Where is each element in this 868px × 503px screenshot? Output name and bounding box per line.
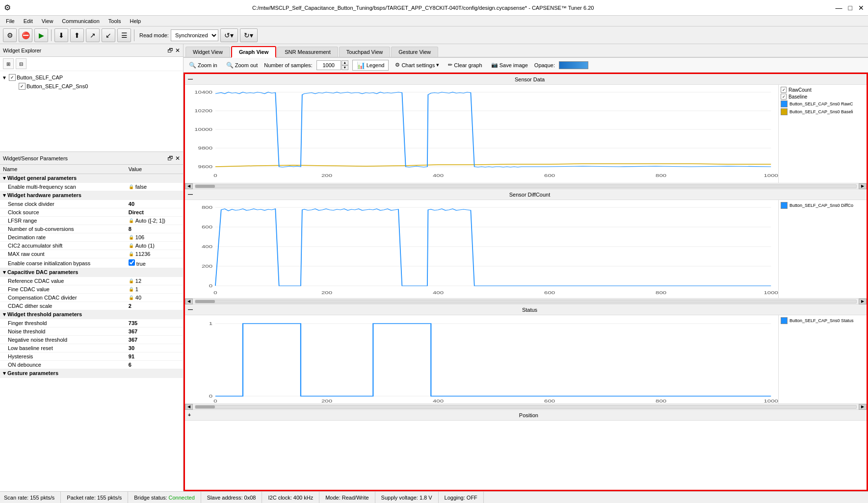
scroll-left-status[interactable]: ◀ <box>185 404 193 410</box>
scroll-right-status[interactable]: ▶ <box>859 404 867 410</box>
menu-edit[interactable]: Edit <box>20 17 37 25</box>
param-row: Decimation rate🔒 106 <box>0 233 183 242</box>
chart-settings-label: Chart settings <box>401 62 435 68</box>
param-checkbox[interactable] <box>129 259 135 266</box>
upload-btn[interactable]: ⬆ <box>70 28 84 42</box>
menu-communication[interactable]: Communication <box>58 17 103 25</box>
export-btn[interactable]: ↗ <box>86 28 100 42</box>
undo-btn[interactable]: ↺▾ <box>220 28 238 42</box>
lock-icon: 🔒 <box>129 295 134 300</box>
scroll-track-diff[interactable] <box>195 300 857 303</box>
lock-icon: 🔒 <box>129 287 134 292</box>
opaque-slider[interactable] <box>559 61 588 69</box>
close-panel-icon[interactable]: ✕ <box>175 47 180 54</box>
redo-btn[interactable]: ↻▾ <box>240 28 258 42</box>
samples-down[interactable]: ▼ <box>342 65 348 70</box>
status-text: Button_SELF_CAP_Sns0 Status <box>789 318 854 323</box>
menu-help[interactable]: Help <box>126 17 145 25</box>
read-mode-select[interactable]: Synchronized Manual <box>171 29 218 41</box>
params-table: Name Value ▾ Widget general parametersEn… <box>0 165 183 491</box>
legend-btn[interactable]: 📊 Legend <box>352 60 389 71</box>
import-btn[interactable]: ↙ <box>102 28 115 42</box>
scroll-left-diff[interactable]: ◀ <box>185 299 193 304</box>
tree-checkbox-btn-self-cap[interactable]: ✓ <box>9 74 16 81</box>
spinner-arrows: ▲ ▼ <box>342 60 348 70</box>
clear-graph-btn[interactable]: ✏ Clear graph <box>446 60 484 70</box>
param-value[interactable]: 40 <box>126 200 183 208</box>
param-value: 🔒 40 <box>126 294 183 302</box>
tree-item-button-self-cap[interactable]: ▼ ✓ Button_SELF_CAP <box>2 73 181 82</box>
legend-cb-rawcount[interactable]: ✓ <box>781 87 787 93</box>
zoom-in-btn[interactable]: 🔍 Zoom in <box>186 60 220 70</box>
param-value: true <box>126 258 183 268</box>
scroll-right-diff[interactable]: ▶ <box>859 299 867 304</box>
run-btn[interactable]: ▶ <box>34 28 48 42</box>
param-value[interactable]: 367 <box>126 327 183 336</box>
download-btn[interactable]: ⬇ <box>54 28 68 42</box>
param-value[interactable]: 91 <box>126 352 183 361</box>
tab-graph-view[interactable]: Graph View <box>231 46 276 58</box>
param-value[interactable]: 30 <box>126 344 183 352</box>
scroll-right-sensor[interactable]: ▶ <box>859 183 867 189</box>
samples-up[interactable]: ▲ <box>342 60 348 65</box>
close-button[interactable]: ✕ <box>858 4 864 12</box>
svg-text:9600: 9600 <box>198 164 212 169</box>
param-name: Noise threshold <box>0 327 126 336</box>
param-value[interactable]: 6 <box>126 361 183 369</box>
scroll-left-sensor[interactable]: ◀ <box>185 183 193 189</box>
param-value[interactable]: Direct <box>126 208 183 217</box>
diffcount-text: Button_SELF_CAP_Sns0 DiffCo <box>789 203 853 208</box>
we-collapse-btn[interactable]: ⊟ <box>16 58 26 69</box>
list-btn[interactable]: ☰ <box>117 28 131 42</box>
position-collapse[interactable]: + <box>188 412 191 418</box>
param-value[interactable]: 2 <box>126 302 183 310</box>
slave-address: Slave address: 0x08 <box>201 492 263 503</box>
status-legend: Button_SELF_CAP_Sns0 Status <box>778 315 867 403</box>
svg-text:1: 1 <box>209 321 212 326</box>
tree-checkbox-btn-sns0[interactable]: ✓ <box>19 83 26 90</box>
legend-cb-baseline[interactable]: ✓ <box>781 94 787 100</box>
param-value[interactable]: 735 <box>126 319 183 327</box>
param-value: 🔒 11236 <box>126 250 183 258</box>
position-title: Position <box>194 412 864 418</box>
title-controls: — □ ✕ <box>836 4 864 12</box>
param-row: Reference CDAC value🔒 12 <box>0 277 183 285</box>
menu-file[interactable]: File <box>2 17 19 25</box>
scroll-track-sensor[interactable] <box>195 184 857 188</box>
svg-text:0: 0 <box>213 173 217 178</box>
svg-text:400: 400 <box>433 399 444 403</box>
param-row: Low baseline reset30 <box>0 344 183 352</box>
stop-btn[interactable]: ⛔ <box>19 28 32 42</box>
samples-input[interactable] <box>316 60 341 70</box>
sensor-data-collapse[interactable]: — <box>188 76 193 82</box>
scroll-track-status[interactable] <box>195 405 857 409</box>
maximize-button[interactable]: □ <box>848 4 852 12</box>
menu-tools[interactable]: Tools <box>105 17 125 25</box>
svg-text:200: 200 <box>321 173 332 178</box>
status-collapse[interactable]: — <box>188 307 193 312</box>
param-value[interactable]: 8 <box>126 225 183 233</box>
params-close-icon[interactable]: ✕ <box>175 155 180 162</box>
param-value: 🔒 false <box>126 183 183 191</box>
params-restore-icon[interactable]: 🗗 <box>167 155 173 162</box>
save-image-btn[interactable]: 📷 Save image <box>489 60 530 70</box>
menu-view[interactable]: View <box>38 17 57 25</box>
we-expand-btn[interactable]: ⊞ <box>3 58 14 69</box>
tab-snr-measurement[interactable]: SNR Measurement <box>277 47 338 57</box>
tree-item-btn-sns0[interactable]: ✓ Button_SELF_CAP_Sns0 <box>12 82 181 91</box>
chart-settings-btn[interactable]: ⚙ Chart settings ▾ <box>393 60 442 70</box>
tab-widget-view[interactable]: Widget View <box>185 47 230 57</box>
scroll-thumb-status <box>195 405 215 408</box>
restore-icon[interactable]: 🗗 <box>167 47 173 54</box>
param-value: 🔒 1 <box>126 285 183 294</box>
zoom-out-btn[interactable]: 🔍 Zoom out <box>224 60 260 70</box>
param-name: Decimation rate <box>0 233 126 242</box>
tab-gesture-view[interactable]: Gesture View <box>391 47 438 57</box>
param-row: Enable coarse initialization bypass true <box>0 258 183 268</box>
status-title: Status <box>196 307 864 313</box>
settings-toolbar-btn[interactable]: ⚙ <box>3 28 17 42</box>
tab-touchpad-view[interactable]: Touchpad View <box>339 47 390 57</box>
param-value[interactable]: 367 <box>126 336 183 344</box>
diffcount-collapse[interactable]: — <box>188 192 193 197</box>
minimize-button[interactable]: — <box>836 4 842 12</box>
